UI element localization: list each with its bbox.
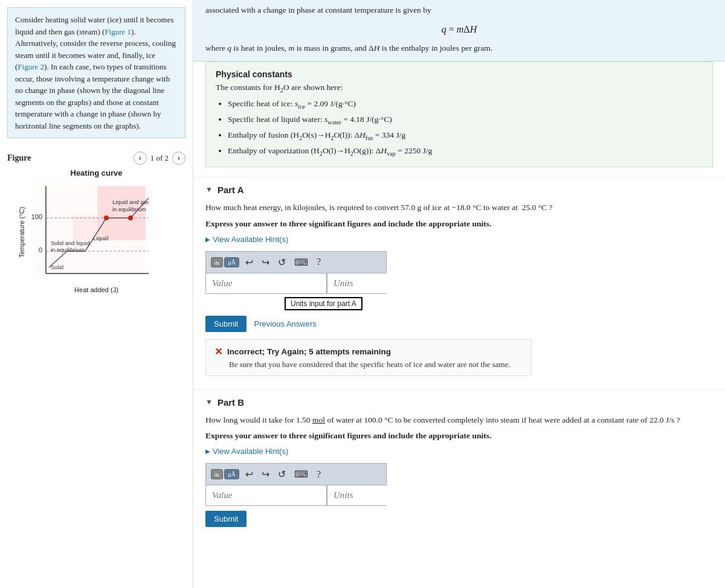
part-b-keyboard-icon[interactable]: ⌨ (292, 467, 311, 481)
sidebar-text-4: ). In each case, two types of transition… (15, 62, 170, 130)
part-b-title: Part B (218, 397, 244, 407)
part-a-reset-icon[interactable]: ↺ (276, 255, 288, 269)
part-a-value-input[interactable] (206, 273, 327, 293)
part-b-collapse-arrow[interactable]: ▼ (205, 398, 213, 407)
svg-text:Solid and liquid: Solid and liquid (51, 240, 89, 246)
banner-text: associated with a change in phase at con… (205, 4, 713, 17)
main-formula: q = mΔH (205, 22, 713, 37)
constants-box: Physical constants The constants for H2O… (205, 62, 713, 167)
figure-nav: ‹ 1 of 2 › (134, 152, 185, 165)
part-b-actions: Submit (205, 511, 713, 527)
constant-item-1: Specific heat of ice: sice = 2.09 J/(g·°… (228, 97, 703, 112)
part-a-section: ▼ Part A How much heat energy, in kilojo… (193, 177, 725, 389)
part-b-help-icon[interactable]: ? (314, 468, 323, 481)
sidebar-info-box: Consider heating solid water (ice) until… (7, 7, 185, 138)
part-b-submit-button[interactable]: Submit (205, 511, 246, 527)
part-b-redo-icon[interactable]: ↪ (259, 467, 272, 481)
part-a-redo-icon[interactable]: ↪ (259, 255, 272, 269)
part-a-toolbar: a​₂ μÅ ↩ ↪ ↺ ⌨ ? (205, 251, 387, 273)
part-b-question: How long would it take for 1.50 mol of w… (205, 414, 713, 427)
chart-x-label: Heat added (J) (18, 286, 175, 293)
part-b-format-btns: a​₂ μÅ (211, 469, 239, 479)
part-b-instruction: Express your answer to three significant… (205, 431, 713, 441)
svg-text:100: 100 (31, 213, 42, 220)
constants-title: Physical constants (216, 69, 703, 79)
part-a-header: ▼ Part A (205, 185, 713, 195)
svg-point-14 (104, 216, 109, 220)
part-a-question: How much heat energy, in kilojoules, is … (205, 201, 713, 214)
part-a-undo-icon[interactable]: ↩ (243, 255, 256, 269)
chart-svg: 100 0 (28, 180, 149, 283)
part-a-format-btn-2[interactable]: μÅ (224, 257, 239, 267)
chart-title: Heating curve (18, 168, 175, 177)
part-a-hint-label: View Available Hint(s) (213, 235, 288, 244)
part-b-section: ▼ Part B How long would it take for 1.50… (193, 389, 725, 542)
figure2-link[interactable]: Figure 2 (18, 62, 44, 71)
part-a-format-btns: a​₂ μÅ (211, 257, 239, 267)
sidebar-text-2: ). (131, 27, 136, 36)
part-b-hint-link[interactable]: View Available Hint(s) (205, 447, 713, 456)
part-b-hint-label: View Available Hint(s) (213, 447, 288, 456)
part-a-instruction: Express your answer to three significant… (205, 219, 713, 229)
part-a-format-btn-1[interactable]: a​₂ (211, 257, 223, 267)
part-a-help-icon[interactable]: ? (314, 255, 323, 269)
part-a-feedback-status: Incorrect; Try Again; 5 attempts remaini… (227, 347, 391, 356)
part-a-prev-answers-link[interactable]: Previous Answers (254, 319, 316, 328)
constant-item-4: Enthalpy of vaporization (H2O(l)→H2O(g))… (228, 144, 703, 159)
svg-point-15 (128, 216, 133, 220)
part-a-title: Part A (218, 185, 244, 195)
figure1-link[interactable]: Figure 1 (105, 27, 131, 36)
part-b-undo-icon[interactable]: ↩ (243, 467, 256, 481)
formula-description: where q is heat in joules, m is mass in … (205, 42, 713, 55)
constant-item-3: Enthalpy of fusion (H2O(s)→H2O(l)): ΔHfu… (228, 128, 703, 144)
part-b-format-btn-2[interactable]: μÅ (224, 469, 239, 479)
part-b-format-btn-1[interactable]: a​₂ (211, 469, 223, 479)
part-a-feedback-icon: ✕ (214, 346, 222, 357)
part-a-feedback-box: ✕ Incorrect; Try Again; 5 attempts remai… (205, 339, 532, 376)
svg-text:Liquid and gas: Liquid and gas (112, 199, 149, 205)
part-a-feedback-message: Be sure that you have considered that th… (229, 360, 523, 369)
svg-text:Solid: Solid (51, 264, 63, 270)
constant-item-2: Specific heat of liquid water: swater = … (228, 112, 703, 128)
part-a-units-tooltip: Units input for part A (285, 297, 362, 310)
figure-prev-button[interactable]: ‹ (134, 152, 147, 165)
svg-text:in equilibrium: in equilibrium (51, 246, 85, 253)
sidebar: Consider heating solid water (ice) until… (0, 0, 193, 588)
part-a-actions: Submit Previous Answers (205, 316, 713, 332)
part-a-hint-link[interactable]: View Available Hint(s) (205, 235, 713, 244)
figure-title: Figure (7, 153, 31, 163)
part-a-feedback-header: ✕ Incorrect; Try Again; 5 attempts remai… (214, 346, 523, 357)
part-b-answer-area: a​₂ μÅ ↩ ↪ ↺ ⌨ ? (205, 463, 713, 506)
chart-svg-container: 100 0 (28, 180, 175, 285)
part-a-collapse-arrow[interactable]: ▼ (205, 185, 213, 194)
figure-page-indicator: 1 of 2 (150, 153, 169, 163)
part-a-submit-button[interactable]: Submit (205, 316, 246, 332)
figure-title-row: Figure ‹ 1 of 2 › (7, 152, 185, 165)
part-b-units-input[interactable] (327, 485, 448, 505)
part-a-answer-area: a​₂ μÅ ↩ ↪ ↺ ⌨ ? Units input for part A (205, 251, 713, 294)
svg-text:0: 0 (38, 246, 42, 254)
part-b-header: ▼ Part B (205, 397, 713, 407)
part-b-reset-icon[interactable]: ↺ (276, 467, 288, 481)
chart-y-label: Temperature (°C) (18, 180, 25, 285)
top-banner: associated with a change in phase at con… (193, 0, 725, 62)
figure-prev-icon: ‹ (139, 154, 141, 162)
svg-text:in equilibrium: in equilibrium (112, 206, 146, 213)
heating-curve-chart: Heating curve Temperature (°C) (18, 168, 175, 293)
part-a-units-input[interactable] (327, 273, 448, 293)
figure-next-button[interactable]: › (172, 152, 185, 165)
figure-next-icon: › (178, 154, 180, 162)
figure-section: Figure ‹ 1 of 2 › Heating curve Temperat… (0, 145, 193, 588)
part-b-value-input[interactable] (206, 485, 327, 505)
sidebar-text-1: Consider heating solid water (ice) until… (15, 15, 173, 36)
part-b-inputs (205, 485, 387, 506)
main-content: associated with a change in phase at con… (193, 0, 725, 588)
part-a-inputs: Units input for part A (205, 273, 387, 294)
svg-text:Liquid: Liquid (93, 235, 108, 241)
constants-intro: The constants for H2O are shown here: (216, 83, 703, 94)
part-a-keyboard-icon[interactable]: ⌨ (292, 255, 311, 269)
constants-list: Specific heat of ice: sice = 2.09 J/(g·°… (228, 97, 703, 159)
part-b-toolbar: a​₂ μÅ ↩ ↪ ↺ ⌨ ? (205, 463, 387, 485)
